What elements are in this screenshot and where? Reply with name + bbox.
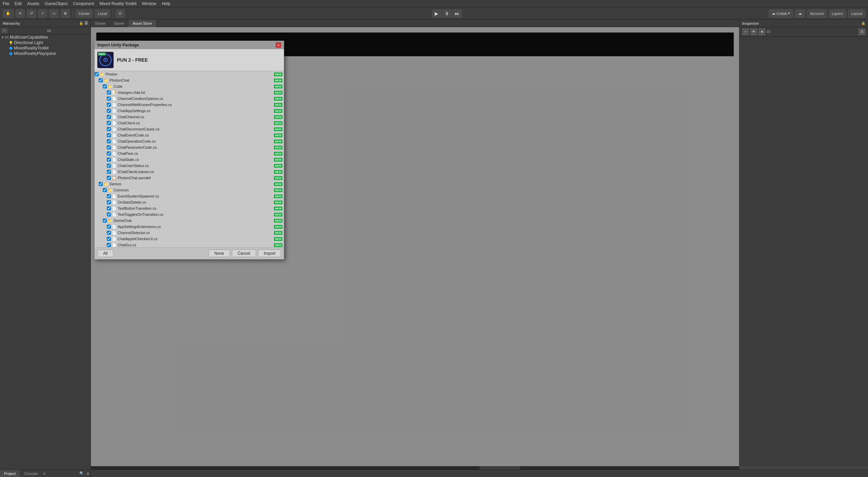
file-item[interactable]: 📄ChannelSelector.csNEW (95, 230, 284, 236)
tool-transform[interactable]: ⊞ (61, 9, 70, 18)
file-checkbox[interactable] (107, 170, 111, 174)
hierarchy-item-playspace[interactable]: 🔷 MixedRealityPlayspace (0, 51, 91, 56)
file-checkbox[interactable] (107, 115, 111, 119)
layers-button[interactable]: Layers (829, 9, 846, 18)
file-checkbox[interactable] (107, 206, 111, 210)
file-item[interactable]: 📝changes-chat.txtNEW (95, 89, 284, 96)
tool-scale[interactable]: ⤢ (38, 9, 47, 18)
file-item[interactable]: 📁PhotonChatNEW (95, 77, 284, 83)
file-checkbox[interactable] (107, 243, 111, 247)
file-checkbox[interactable] (107, 109, 111, 113)
lock-icon[interactable]: 🔒 (861, 21, 865, 25)
menu-gameobject[interactable]: GameObject (45, 1, 67, 6)
file-item[interactable]: 📄ChatChannel.csNEW (95, 114, 284, 120)
file-item[interactable]: 📁PhotonNEW (95, 71, 284, 77)
file-checkbox[interactable] (107, 139, 111, 143)
menu-edit[interactable]: Edit (15, 1, 22, 6)
inspector-add-icon[interactable]: + (742, 28, 749, 35)
file-checkbox[interactable] (107, 133, 111, 137)
tab-console[interactable]: Console (20, 470, 42, 477)
step-button[interactable]: ⏭ (452, 9, 462, 18)
import-button[interactable]: Import (258, 250, 281, 257)
file-item[interactable]: 📁DemosNEW (95, 181, 284, 187)
file-checkbox[interactable] (107, 158, 111, 162)
menu-file[interactable]: File (3, 1, 9, 6)
snap-btn[interactable]: ⊡ (116, 9, 125, 18)
dialog-close-btn[interactable]: ✕ (276, 42, 281, 48)
file-item[interactable]: 📄TextButtonTransition.csNEW (95, 205, 284, 211)
cancel-button[interactable]: Cancel (232, 250, 256, 257)
file-item[interactable]: 📄OnStartDelete.csNEW (95, 199, 284, 205)
file-item[interactable]: 📄ChannelWellKnownProperties.csNEW (95, 102, 284, 108)
file-item[interactable]: 📁CodeNEW (95, 83, 284, 89)
file-checkbox[interactable] (107, 121, 111, 125)
none-button[interactable]: None (209, 250, 230, 257)
local-global-btn[interactable]: Local (95, 9, 110, 18)
cloud-button[interactable]: ☁ (795, 9, 805, 18)
file-item[interactable]: 📁DemoChatNEW (95, 217, 284, 224)
center-pivot-btn[interactable]: Center (76, 9, 93, 18)
menu-component[interactable]: Component (73, 1, 94, 6)
file-item[interactable]: 📄AppSettingsExtensions.csNEW (95, 224, 284, 230)
file-item[interactable]: 📄ChatDisconnectCause.csNEW (95, 126, 284, 132)
file-checkbox[interactable] (103, 188, 107, 192)
file-item[interactable]: 📁CommonNEW (95, 187, 284, 193)
inspector-star-icon[interactable]: ★ (758, 28, 765, 35)
file-checkbox[interactable] (107, 103, 111, 107)
file-item[interactable]: 📄EventSystemSpawner.csNEW (95, 193, 284, 199)
file-item[interactable]: 📄ChatPeer.csNEW (95, 150, 284, 157)
inspector-menu-icon[interactable]: ☰ (859, 28, 865, 35)
project-search-btn[interactable]: 🔍 (78, 471, 85, 476)
hierarchy-add-btn[interactable]: + (1, 28, 7, 33)
file-checkbox[interactable] (107, 237, 111, 241)
file-checkbox[interactable] (107, 194, 111, 198)
file-item[interactable]: 📄ChatClient.csNEW (95, 120, 284, 126)
file-checkbox[interactable] (107, 200, 111, 204)
file-item[interactable]: 📄ChatUserStatus.csNEW (95, 163, 284, 169)
tool-hand[interactable]: ✋ (3, 9, 14, 18)
file-checkbox[interactable] (107, 212, 111, 216)
file-item[interactable]: 📄ChatParameterCode.csNEW (95, 144, 284, 150)
file-checkbox[interactable] (99, 78, 103, 82)
file-checkbox[interactable] (107, 97, 111, 101)
file-item[interactable]: 📄ChatAppIdCheckerUi.csNEW (95, 236, 284, 242)
file-item[interactable]: 📄ChatEventCode.csNEW (95, 132, 284, 138)
account-button[interactable]: Account (807, 9, 827, 18)
menu-mixed-reality-toolkit[interactable]: Mixed Reality Toolkit (99, 1, 136, 6)
file-checkbox[interactable] (107, 164, 111, 168)
tab-game[interactable]: Game (110, 20, 129, 27)
project-add-btn[interactable]: + (43, 471, 46, 476)
tab-asset-store[interactable]: Asset Store (129, 20, 156, 27)
file-item[interactable]: 📄ChatState.csNEW (95, 157, 284, 163)
tab-project[interactable]: Project (0, 470, 20, 477)
file-checkbox[interactable] (107, 127, 111, 131)
tool-move[interactable]: ✛ (16, 9, 25, 18)
file-item[interactable]: 📄ChatAppSettings.csNEW (95, 108, 284, 114)
inspector-eye-icon[interactable]: 👁 (750, 28, 757, 35)
collab-button[interactable]: ☁ Collab ▾ (769, 9, 793, 18)
file-checkbox[interactable] (107, 176, 111, 180)
file-checkbox[interactable] (107, 90, 111, 95)
file-item[interactable]: 📄IChatClientListener.csNEW (95, 169, 284, 175)
file-checkbox[interactable] (107, 231, 111, 235)
file-item[interactable]: 📄ChannelCreationOptions.csNEW (95, 96, 284, 102)
hierarchy-item-multi-user[interactable]: ▼ 🎮 MultiUserCapabilities (0, 35, 91, 40)
menu-assets[interactable]: Assets (27, 1, 39, 6)
layout-button[interactable]: Layout (848, 9, 865, 18)
file-checkbox[interactable] (107, 145, 111, 149)
file-checkbox[interactable] (95, 72, 99, 76)
menu-help[interactable]: Help (162, 1, 170, 6)
file-checkbox[interactable] (103, 84, 107, 88)
hierarchy-item-directional-light[interactable]: 💡 Directional Light (0, 40, 91, 45)
tool-rect[interactable]: ▭ (49, 9, 59, 18)
menu-window[interactable]: Window (142, 1, 157, 6)
file-checkbox[interactable] (107, 151, 111, 155)
pause-button[interactable]: ⏸ (442, 9, 452, 18)
tool-rotate[interactable]: ↺ (27, 9, 36, 18)
file-item[interactable]: 📄ChatGui.csNEW (95, 242, 284, 247)
file-checkbox[interactable] (103, 219, 107, 223)
hierarchy-item-mrtk[interactable]: 🔷 MixedRealityToolkit (0, 45, 91, 51)
all-button[interactable]: All (97, 250, 113, 257)
file-checkbox[interactable] (107, 225, 111, 229)
play-button[interactable]: ▶ (432, 9, 441, 18)
